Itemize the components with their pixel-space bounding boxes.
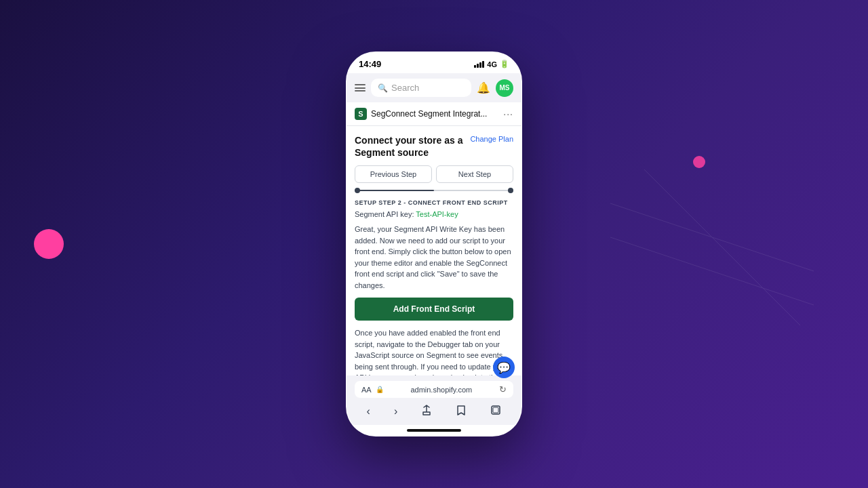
- hamburger-line: [355, 90, 366, 92]
- step-navigation: Previous Step Next Step: [355, 165, 513, 183]
- api-key-value: Test-API-key: [416, 210, 458, 218]
- url-text: admin.shopify.com: [388, 386, 495, 394]
- app-header: S SegConnect Segment Integrat... ···: [347, 102, 521, 126]
- app-icon: S: [355, 108, 367, 120]
- change-plan-button[interactable]: Change Plan: [470, 134, 513, 144]
- forward-button[interactable]: ›: [390, 404, 401, 419]
- progress-bar: [355, 188, 513, 192]
- aa-label: AA: [361, 386, 372, 394]
- bg-decorative-lines: [610, 136, 814, 339]
- app-title: SegConnect Segment Integrat...: [371, 109, 487, 119]
- network-indicator: 4G: [487, 60, 497, 68]
- previous-step-button[interactable]: Previous Step: [355, 165, 432, 183]
- home-indicator: [347, 425, 521, 436]
- add-front-end-script-button[interactable]: Add Front End Script: [355, 298, 513, 321]
- hamburger-line: [355, 87, 366, 89]
- search-icon: 🔍: [378, 83, 388, 93]
- lock-icon: 🔒: [376, 386, 384, 393]
- chat-button[interactable]: 💬: [493, 357, 515, 375]
- progress-dot-start: [355, 188, 360, 193]
- user-avatar-button[interactable]: MS: [496, 79, 513, 97]
- hamburger-button[interactable]: [355, 84, 366, 92]
- signal-icon: [474, 61, 484, 68]
- browser-nav-bar: 🔍 Search 🔔 MS: [347, 73, 521, 102]
- app-title-row: S SegConnect Segment Integrat...: [355, 108, 487, 120]
- api-key-row: Segment API key: Test-API-key: [355, 210, 513, 218]
- svg-rect-4: [493, 407, 498, 413]
- status-time: 14:49: [359, 59, 381, 69]
- notifications-button[interactable]: 🔔: [477, 81, 490, 94]
- section-title: Connect your store as a Segment source: [355, 134, 465, 159]
- back-button[interactable]: ‹: [363, 404, 374, 419]
- url-bar: AA 🔒 admin.shopify.com ↻: [355, 381, 513, 398]
- reload-button[interactable]: ↻: [499, 384, 507, 394]
- status-bar: 14:49 4G 🔋: [347, 52, 521, 73]
- tabs-button[interactable]: [486, 403, 505, 420]
- home-bar: [407, 429, 461, 432]
- progress-fill: [355, 190, 434, 191]
- more-options-button[interactable]: ···: [503, 108, 513, 119]
- hamburger-line: [355, 84, 366, 85]
- section-header-row: Connect your store as a Segment source C…: [355, 134, 513, 159]
- status-icons: 4G 🔋: [474, 60, 509, 68]
- bottom-bar: AA 🔒 admin.shopify.com ↻ ‹ ›: [347, 375, 521, 425]
- progress-dot-end: [508, 188, 513, 193]
- setup-step-label: SETUP STEP 2 - CONNECT FRONT END SCRIPT: [355, 199, 513, 206]
- page-content: S SegConnect Segment Integrat... ··· Con…: [347, 102, 521, 375]
- search-bar[interactable]: 🔍 Search: [371, 79, 471, 97]
- phone-frame: 14:49 4G 🔋 🔍 Search 🔔 MS: [346, 52, 522, 436]
- svg-line-2: [644, 169, 800, 325]
- svg-line-1: [610, 237, 814, 305]
- search-placeholder: Search: [391, 83, 419, 93]
- battery-icon: 🔋: [500, 60, 509, 68]
- next-step-button[interactable]: Next Step: [436, 165, 513, 183]
- description-text: Great, your Segment API Write Key has be…: [355, 224, 513, 291]
- scroll-area: Connect your store as a Segment source C…: [347, 126, 521, 375]
- bottom-description: Once you have added enabled the front en…: [355, 327, 513, 375]
- chat-icon: 💬: [497, 361, 511, 374]
- bookmarks-button[interactable]: [452, 403, 471, 420]
- bg-circle-pink: [34, 229, 64, 259]
- bottom-navigation: ‹ ›: [355, 403, 513, 420]
- progress-track: [355, 190, 513, 191]
- api-key-label: Segment API key:: [355, 210, 414, 218]
- share-button[interactable]: [417, 403, 436, 420]
